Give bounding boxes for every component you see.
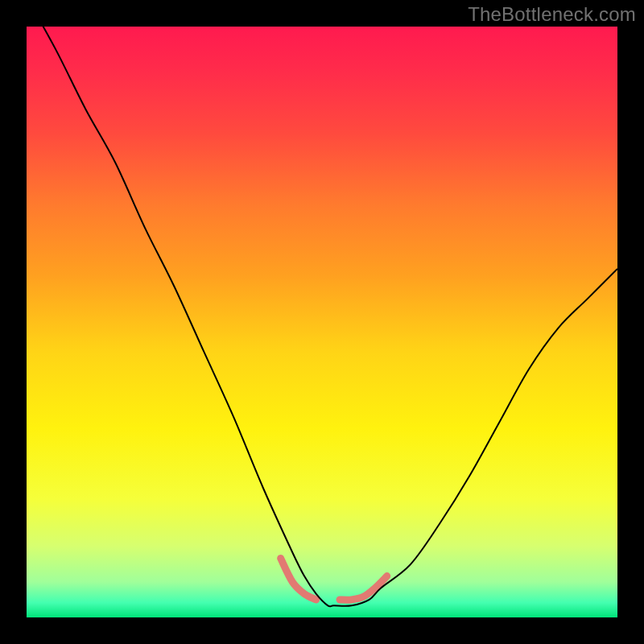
- bottleneck-chart: [27, 27, 617, 617]
- watermark-text: TheBottleneck.com: [468, 3, 636, 26]
- gradient-background: [27, 27, 617, 617]
